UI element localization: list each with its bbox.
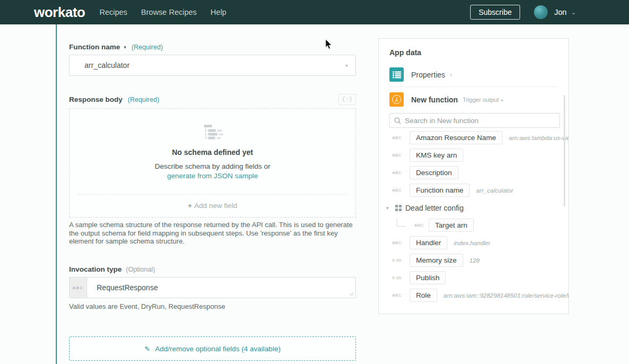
label-caret-icon[interactable]: ▾: [124, 45, 126, 50]
plus-icon: +: [188, 202, 192, 210]
chevron-right-icon: ›: [450, 71, 452, 79]
invocation-type-input[interactable]: ABC RequestResponse: [69, 277, 356, 298]
field-type-badge: ABC: [412, 223, 426, 228]
avatar[interactable]: [534, 5, 548, 19]
search-placeholder: Search in New function: [405, 117, 479, 125]
field-type-badge: ABC: [390, 170, 404, 175]
response-body-label-row: Response body (Required) {:}: [69, 96, 356, 103]
pencil-icon: ✎: [144, 345, 150, 353]
search-icon: [394, 117, 401, 124]
app-data-panel: App data Properties › λ New function Tri…: [378, 38, 569, 314]
field-row: 0.00Memory size128: [379, 252, 568, 269]
group-caret-icon[interactable]: ▾: [386, 205, 392, 211]
panel-scrollbar[interactable]: [564, 95, 565, 206]
field-value: arn:aws:iam::928298148501:role/service-r…: [444, 292, 568, 299]
field-row: ABCHandlerindex.handler: [379, 234, 568, 252]
resize-handle[interactable]: [350, 292, 354, 296]
schema-tree-icon: [199, 125, 226, 141]
field-type-badge: ABC: [390, 135, 404, 140]
field-row: ABCKMS key arn: [379, 146, 568, 164]
field-pill[interactable]: Description: [410, 166, 458, 179]
field-row: ABCFunction namearr_calculator: [379, 181, 568, 199]
field-pill[interactable]: KMS key arn: [410, 149, 463, 162]
field-pill[interactable]: Role: [410, 289, 437, 302]
lambda-icon: λ: [389, 92, 404, 107]
add-new-field-button[interactable]: +Add new field: [70, 202, 355, 210]
optional-note: (Optional): [126, 266, 155, 273]
field-pill[interactable]: Target arn: [429, 219, 474, 232]
schema-help-line: Describe schema by adding fields or: [70, 162, 355, 170]
no-schema-title: No schema defined yet: [70, 148, 355, 157]
field-type-badge: ABC: [390, 153, 404, 158]
field-pill[interactable]: Publish: [410, 271, 446, 284]
select-caret-icon: ▾: [345, 63, 348, 68]
field-pill[interactable]: Memory size: [410, 254, 463, 267]
tree-connector: [397, 218, 406, 227]
trigger-output-dropdown[interactable]: Trigger output▾: [463, 97, 503, 103]
text-type-badge: ABC: [70, 278, 87, 298]
generate-from-json-link[interactable]: generate from JSON sample: [70, 172, 355, 180]
field-type-badge: ABC: [390, 240, 404, 245]
properties-label: Properties: [411, 71, 445, 79]
user-name[interactable]: Jon: [554, 8, 566, 16]
add-remove-optional-fields-button[interactable]: ✎ Add/remove optional fields (4 availabl…: [69, 336, 356, 361]
properties-row[interactable]: Properties ›: [389, 67, 452, 82]
invocation-type-label-row: Invocation type (Optional): [69, 265, 155, 273]
step-config-form: Function name ▾ (Required) arr_calculato…: [69, 0, 356, 364]
step-accent-line: [56, 24, 57, 364]
field-pill[interactable]: Function name: [410, 184, 470, 197]
field-type-badge: ABC: [390, 188, 404, 193]
app-data-field-list: ABCAmazon Resource Namearn:aws:lambda:us…: [379, 129, 568, 304]
field-value: 128: [470, 257, 480, 264]
field-row: 0.00Publish: [379, 269, 568, 287]
function-name-label: Function name: [69, 43, 120, 51]
new-function-row: λ New function Trigger output▾: [389, 92, 503, 107]
properties-icon: [389, 67, 404, 82]
app-data-title: App data: [389, 48, 421, 57]
json-view-toggle-button[interactable]: {:}: [338, 94, 356, 105]
field-value: arn:aws:lambda:us-west-2:9: [509, 135, 568, 141]
subscribe-button[interactable]: Subscribe: [470, 5, 520, 20]
chevron-down-icon[interactable]: ⌄: [572, 10, 576, 15]
divider: [389, 86, 558, 87]
divider: [78, 194, 347, 195]
field-pill[interactable]: Handler: [410, 236, 447, 249]
new-function-title: New function: [411, 96, 458, 104]
response-body-schema-box: No schema defined yet Describe schema by…: [69, 108, 356, 218]
field-group-label: Dead letter config: [405, 204, 464, 212]
required-note: (Required): [132, 44, 163, 51]
field-row: ABCDescription: [379, 164, 568, 181]
required-note: (Required): [128, 96, 159, 103]
function-name-label-row: Function name ▾ (Required): [69, 43, 163, 51]
function-name-value: arr_calculator: [84, 61, 130, 70]
field-value: arr_calculator: [476, 187, 513, 194]
search-input[interactable]: Search in New function: [389, 113, 560, 128]
field-pill[interactable]: Amazon Resource Name: [410, 131, 503, 144]
field-row: ABCTarget arn: [379, 216, 568, 234]
invocation-type-hint: Valid values are Event, DryRun, RequestR…: [69, 302, 356, 310]
invocation-type-value: RequestResponse: [87, 278, 355, 298]
caret-down-icon: ▾: [501, 98, 503, 103]
field-value: index.handler: [454, 240, 490, 246]
field-group-row: ▾Dead letter config: [379, 199, 568, 216]
field-type-badge: ABC: [390, 293, 404, 298]
invocation-type-label: Invocation type: [69, 265, 122, 273]
field-type-badge: 0.00: [390, 275, 404, 280]
response-body-help-text: A sample schema structure of the respons…: [69, 221, 356, 246]
object-grid-icon: [395, 205, 402, 211]
function-name-select[interactable]: arr_calculator ▾: [69, 55, 356, 76]
field-type-badge: 0.00: [390, 258, 404, 263]
field-row: ABCRolearn:aws:iam::928298148501:role/se…: [379, 287, 568, 304]
field-row: ABCAmazon Resource Namearn:aws:lambda:us…: [379, 129, 568, 146]
response-body-label: Response body: [69, 96, 123, 103]
